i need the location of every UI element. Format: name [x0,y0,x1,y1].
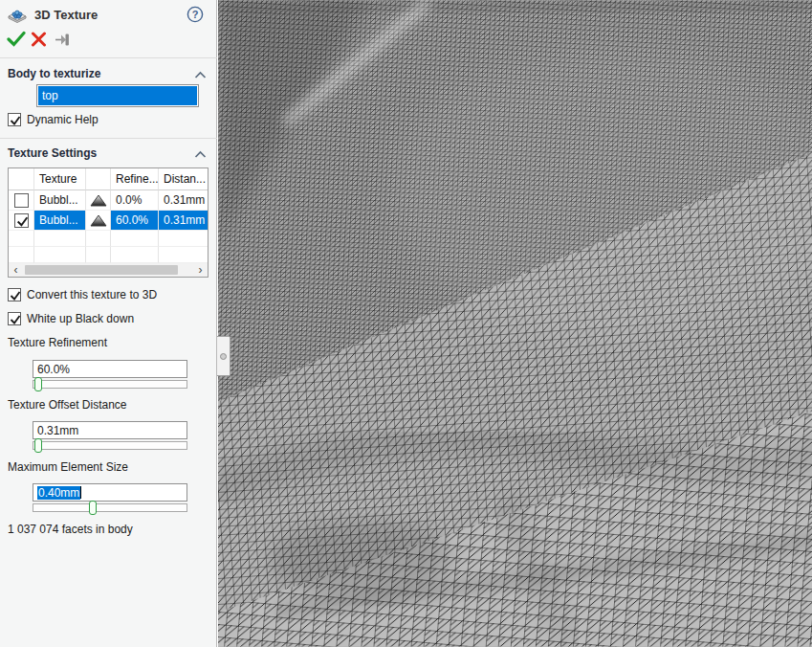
max-element-size-label: Maximum Element Size [8,460,128,474]
check-icon [15,214,30,229]
check-icon [9,313,22,326]
divider [0,138,217,139]
texture-refinement-slider-thumb[interactable] [34,377,42,391]
texture-offset-slider-thumb[interactable] [34,438,42,453]
texture-row-1-name[interactable]: Bubbl... [34,190,86,211]
dynamic-help-checkbox[interactable] [8,113,21,126]
body-selection-listbox[interactable]: top [36,84,199,107]
ok-button[interactable] [7,31,26,48]
texture-row-2-refinement[interactable]: 60.0% [111,211,159,231]
column-header-distance: Distan... [159,168,208,190]
panel-splitter-handle[interactable] [217,336,230,376]
dynamic-help-row: Dynamic Help [8,113,99,126]
texture-row-1-distance[interactable]: 0.31mm [159,190,208,211]
selected-body-item[interactable]: top [38,86,197,105]
texture-offset-value: 0.31mm [37,424,78,437]
texture-refinement-value: 60.0% [37,363,70,376]
cancel-x-icon [31,32,47,47]
ok-checkmark-icon [7,31,26,48]
keep-visible-pin-button[interactable] [55,33,73,47]
texture-table-header: Texture Refine... Distan... [9,168,208,190]
check-icon [9,289,22,302]
texture-offset-slider[interactable] [33,441,187,450]
facet-count-text: 1 037 074 facets in body [8,523,133,536]
texture-preview-triangle-icon[interactable] [86,211,111,231]
max-element-size-slider-thumb[interactable] [89,501,97,515]
texture-row-2-name[interactable]: Bubbl... [34,211,86,231]
chevron-up-icon[interactable] [194,148,207,162]
texture-table-empty-row [9,247,208,263]
mesh-wireframe [218,0,812,647]
texture-row-1-refinement[interactable]: 0.0% [111,190,159,211]
cancel-button[interactable] [31,32,47,47]
section-header-texture-settings[interactable]: Texture Settings [8,146,97,160]
texture-refinement-label: Texture Refinement [8,336,107,349]
texture-offset-input[interactable]: 0.31mm [33,421,187,439]
texture-offset-label: Texture Offset Distance [8,398,127,412]
property-manager-panel: 3D Texture ? Body to [0,0,217,647]
scroll-left-arrow[interactable]: ‹ [9,263,23,277]
check-icon [9,114,22,127]
divider [0,57,217,58]
table-horizontal-scrollbar[interactable]: ‹ › [9,263,208,277]
white-up-row: White up Black down [8,312,134,325]
white-up-label: White up Black down [27,312,134,325]
texture-row-2[interactable]: Bubbl... 60.0% 0.31mm [9,211,208,231]
texture-table: Texture Refine... Distan... Bubbl... [8,167,208,278]
max-element-size-value: 0.40mm [37,486,80,500]
splitter-grip-dot [220,353,227,360]
viewport-3d[interactable] [218,0,812,647]
column-header-texture: Texture [34,168,86,190]
scroll-right-arrow[interactable]: › [193,263,208,277]
texture-preview-triangle-icon[interactable] [86,190,111,211]
3d-texture-feature-icon [6,5,29,24]
texture-row-1[interactable]: Bubbl... 0.0% 0.31mm [9,190,208,211]
solidworks-window: 3D Texture ? Body to [0,0,812,647]
texture-refinement-input[interactable]: 60.0% [33,360,187,378]
svg-text:?: ? [192,9,199,20]
max-element-size-input[interactable]: 0.40mm [33,483,187,502]
section-header-body-to-texturize[interactable]: Body to texturize [8,67,100,80]
convert-texture-checkbox[interactable] [8,288,21,301]
text-caret [80,486,81,499]
white-up-checkbox[interactable] [8,312,21,325]
texture-row-2-checkbox[interactable] [14,213,29,228]
help-question-icon[interactable]: ? [187,6,204,23]
convert-texture-row: Convert this texture to 3D [8,288,157,301]
texture-row-1-checkbox[interactable] [14,193,29,208]
column-header-refinement: Refine... [111,168,159,190]
chevron-up-icon[interactable] [194,69,207,82]
dynamic-help-label: Dynamic Help [27,113,99,126]
scrollbar-thumb[interactable] [25,265,178,275]
convert-texture-label: Convert this texture to 3D [27,288,157,301]
max-element-size-slider[interactable] [33,503,187,512]
keep-visible-pin-icon [55,33,73,47]
texture-refinement-slider[interactable] [33,380,187,389]
panel-title: 3D Texture [34,8,98,22]
texture-table-empty-row [9,231,208,247]
texture-row-2-distance[interactable]: 0.31mm [159,211,208,231]
